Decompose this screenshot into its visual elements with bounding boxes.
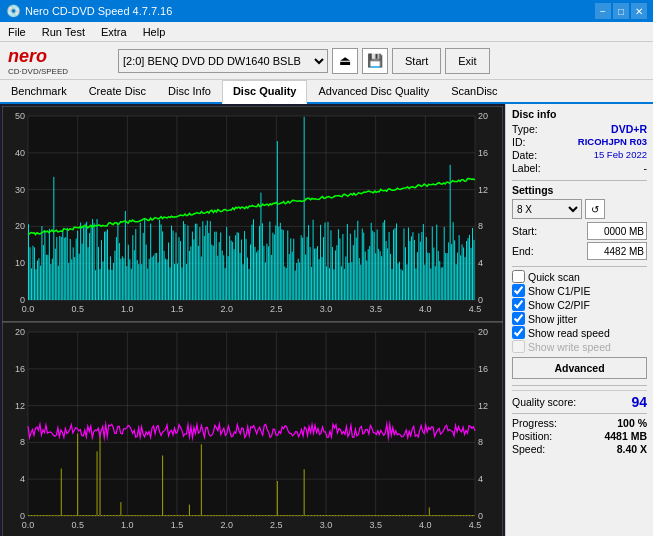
position-row: Position: 4481 MB [512,430,647,442]
sep1 [512,180,647,181]
id-row: ID: RICOHJPN R03 [512,136,647,148]
show-jitter-row: Show jitter [512,312,647,325]
tab-benchmark[interactable]: Benchmark [0,80,78,102]
sep4 [512,413,647,414]
maximize-button[interactable]: □ [613,3,629,19]
show-jitter-label: Show jitter [528,313,577,325]
titlebar: 💿 Nero CD-DVD Speed 4.7.7.16 − □ ✕ [0,0,653,22]
show-c1pie-row: Show C1/PIE [512,284,647,297]
menubar: File Run Test Extra Help [0,22,653,42]
label-row: Label: - [512,162,647,174]
progress-row: Progress: 100 % [512,417,647,429]
start-mb-input[interactable] [587,222,647,240]
id-value: RICOHJPN R03 [578,136,647,148]
speed-result-label: Speed: [512,443,545,455]
end-mb-input[interactable] [587,242,647,260]
position-value: 4481 MB [604,430,647,442]
date-row: Date: 15 Feb 2022 [512,149,647,161]
label-value: - [644,162,648,174]
titlebar-title: 💿 Nero CD-DVD Speed 4.7.7.16 [6,4,172,18]
position-label: Position: [512,430,552,442]
end-mb-row: End: [512,242,647,260]
save-button[interactable]: 💾 [362,48,388,74]
quick-scan-row: Quick scan [512,270,647,283]
tab-create-disc[interactable]: Create Disc [78,80,157,102]
show-c2pif-row: Show C2/PIF [512,298,647,311]
toolbar: nero CD·DVD/SPEED [2:0] BENQ DVD DD DW16… [0,42,653,80]
end-label: End: [512,245,534,257]
right-panel: Disc info Type: DVD+R ID: RICOHJPN R03 D… [505,104,653,536]
show-write-checkbox [512,340,525,353]
show-read-label: Show read speed [528,327,610,339]
show-c1pie-checkbox[interactable] [512,284,525,297]
quality-score-value: 94 [631,394,647,410]
id-label: ID: [512,136,525,148]
tabs: Benchmark Create Disc Disc Info Disc Qua… [0,80,653,104]
menu-help[interactable]: Help [135,24,174,40]
titlebar-controls: − □ ✕ [595,3,647,19]
app-title: Nero CD-DVD Speed 4.7.7.16 [25,5,172,17]
label-label: Label: [512,162,541,174]
date-value: 15 Feb 2022 [594,149,647,161]
disc-info-section: Disc info Type: DVD+R ID: RICOHJPN R03 D… [512,108,647,174]
show-c2pif-label: Show C2/PIF [528,299,590,311]
progress-value: 100 % [617,417,647,429]
eject-button[interactable]: ⏏ [332,48,358,74]
type-label: Type: [512,123,538,135]
type-value: DVD+R [611,123,647,135]
show-jitter-checkbox[interactable] [512,312,525,325]
speed-row: 8 X Max 1 X 2 X 4 X 16 X ↺ [512,199,647,219]
close-button[interactable]: ✕ [631,3,647,19]
quality-score-label: Quality score: [512,396,576,408]
show-read-checkbox[interactable] [512,326,525,339]
exit-button[interactable]: Exit [445,48,489,74]
advanced-button[interactable]: Advanced [512,357,647,379]
charts-area [0,104,505,536]
tab-disc-quality[interactable]: Disc Quality [222,80,308,104]
minimize-button[interactable]: − [595,3,611,19]
speed-result-row: Speed: 8.40 X [512,443,647,455]
start-button[interactable]: Start [392,48,441,74]
quick-scan-checkbox[interactable] [512,270,525,283]
quality-score-row: Quality score: 94 [512,390,647,410]
settings-title: Settings [512,184,647,196]
quick-scan-label: Quick scan [528,271,580,283]
start-label: Start: [512,225,537,237]
start-mb-row: Start: [512,222,647,240]
settings-section: Settings 8 X Max 1 X 2 X 4 X 16 X ↺ Star… [512,184,647,260]
sep3 [512,385,647,386]
show-write-label: Show write speed [528,341,611,353]
app-icon: 💿 [6,4,21,18]
checkboxes-section: Quick scan Show C1/PIE Show C2/PIF Show … [512,270,647,379]
logo-sub: CD·DVD/SPEED [8,67,68,76]
date-label: Date: [512,149,537,161]
main-content: Disc info Type: DVD+R ID: RICOHJPN R03 D… [0,104,653,536]
menu-extra[interactable]: Extra [93,24,135,40]
sep2 [512,266,647,267]
drive-select[interactable]: [2:0] BENQ DVD DD DW1640 BSLB [118,49,328,73]
show-c2pif-checkbox[interactable] [512,298,525,311]
menu-run-test[interactable]: Run Test [34,24,93,40]
logo: nero CD·DVD/SPEED [4,44,114,78]
tab-scandisc[interactable]: ScanDisc [440,80,508,102]
progress-label: Progress: [512,417,557,429]
disc-info-title: Disc info [512,108,647,120]
refresh-button[interactable]: ↺ [585,199,605,219]
menu-file[interactable]: File [0,24,34,40]
show-c1pie-label: Show C1/PIE [528,285,590,297]
show-read-row: Show read speed [512,326,647,339]
logo-nero: nero [8,46,47,67]
speed-select[interactable]: 8 X Max 1 X 2 X 4 X 16 X [512,199,582,219]
chart-canvas [2,106,503,536]
tab-advanced-disc-quality[interactable]: Advanced Disc Quality [307,80,440,102]
speed-result-value: 8.40 X [617,443,647,455]
type-row: Type: DVD+R [512,123,647,135]
show-write-row: Show write speed [512,340,647,353]
tab-disc-info[interactable]: Disc Info [157,80,222,102]
